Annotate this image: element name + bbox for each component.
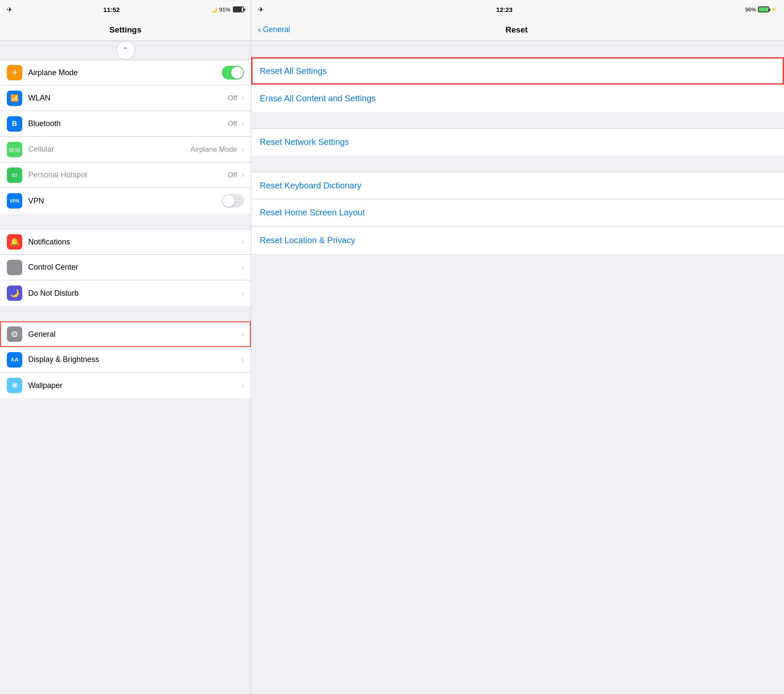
control-center-icon-bg [7,260,22,275]
vpn-icon: VPN [10,198,20,203]
right-status-right: 96% ⚡ [745,6,777,13]
bluetooth-chevron: › [241,119,244,128]
back-label: General [263,25,290,34]
control-center-label: Control Center [28,263,240,272]
wallpaper-label: Wallpaper [28,381,240,390]
reset-all-settings-item[interactable]: Reset All Settings [251,57,784,85]
display-chevron: › [241,355,244,364]
dnd-icon-bg: 🌙 [7,285,22,301]
airplane-mode-toggle[interactable] [222,66,244,79]
wlan-item[interactable]: 📶 WLAN Off › [0,85,251,111]
gear-icon: ⚙ [11,329,18,339]
hotspot-chevron: › [241,171,244,179]
left-status-left: ✈ [7,6,12,14]
dnd-chevron: › [241,289,244,298]
notifications-icon-bg: 🔔 [7,234,22,250]
right-status-time: 12:23 [496,6,512,13]
airplane-mode-icon: ✈ [7,6,12,14]
wlan-label: WLAN [28,94,228,103]
bluetooth-icon: B [12,120,17,128]
right-status-left: ✈ [258,6,264,14]
hotspot-icon: ∞ [12,170,18,180]
cellular-icon-bg: (((·))) [7,142,22,157]
personal-hotspot-item[interactable]: ∞ Personal Hotspot Off › [0,162,251,188]
back-button[interactable]: ‹ General [258,24,290,35]
cellular-item[interactable]: (((·))) Cellular Airplane Mode › [0,137,251,162]
do-not-disturb-item[interactable]: 🌙 Do Not Disturb › [0,280,251,306]
reset-gap-2 [251,112,784,128]
reset-section-1: Reset All Settings Erase All Content and… [251,57,784,112]
reset-home-screen-item[interactable]: Reset Home Screen Layout [251,199,784,226]
right-battery-pct: 96% [745,6,756,13]
gap-2 [0,306,251,321]
general-icon-bg: ⚙ [7,326,22,342]
notifications-label: Notifications [28,238,240,247]
general-item[interactable]: ⚙ General › [0,321,251,347]
reset-gap-top [251,41,784,57]
airplane-mode-item[interactable]: ✈ Airplane Mode [0,60,251,85]
right-nav-bar: ‹ General Reset [251,19,784,41]
reset-location-privacy-label: Reset Location & Privacy [260,235,355,245]
moon-icon: 🌙 [211,6,217,13]
bluetooth-icon-bg: B [7,116,22,132]
notifications-item[interactable]: 🔔 Notifications › [0,229,251,255]
vpn-icon-bg: VPN [7,193,22,209]
more-section: ⚙ General › AA Display & Brightness › ❋ … [0,321,251,398]
scroll-up-icon: ⌃ [122,45,129,56]
reset-section-2: Reset Network Settings [251,128,784,156]
hotspot-label: Personal Hotspot [28,171,228,179]
hotspot-value: Off [228,171,237,179]
vpn-toggle[interactable] [222,194,244,208]
reset-network-item[interactable]: Reset Network Settings [251,128,784,156]
display-icon-bg: AA [7,352,22,368]
erase-all-content-item[interactable]: Erase All Content and Settings [251,85,784,112]
control-center-item[interactable]: Control Center › [0,255,251,280]
vpn-item[interactable]: VPN VPN [0,188,251,214]
reset-title: Reset [290,25,743,35]
back-chevron-icon: ‹ [258,24,261,35]
bottom-gap [0,398,251,484]
vpn-label: VPN [28,197,222,206]
hotspot-icon-bg: ∞ [7,168,22,183]
connectivity-section: ✈ Airplane Mode 📶 WLAN Off › B [0,60,251,214]
wifi-icon: 📶 [10,94,19,102]
airplane-mode-icon-bg: ✈ [7,65,22,80]
cellular-value: Airplane Mode [190,145,237,154]
wallpaper-item[interactable]: ❋ Wallpaper › [0,373,251,398]
left-panel: ✈ 11:52 🌙 91% Settings ⌃ ✈ [0,0,251,694]
airplane-mode-label: Airplane Mode [28,68,222,77]
reset-gap-3 [251,156,784,172]
reset-list: Reset All Settings Erase All Content and… [251,41,784,694]
battery-percentage: 91% [219,6,230,13]
settings-title: Settings [109,25,141,35]
right-battery-icon [758,6,769,12]
erase-all-content-label: Erase All Content and Settings [260,94,376,103]
wlan-chevron: › [241,94,244,103]
bluetooth-label: Bluetooth [28,119,228,128]
general-label: General [28,330,240,339]
display-brightness-label: Display & Brightness [28,355,240,364]
system-section: 🔔 Notifications › Control Center › [0,229,251,306]
bluetooth-value: Off [228,120,237,128]
airplane-icon: ✈ [12,68,18,77]
scroll-indicator: ⌃ [116,41,135,60]
toggle-knob [231,67,243,79]
control-center-chevron: › [241,263,244,272]
charging-icon: ⚡ [771,6,777,12]
notifications-icon: 🔔 [10,237,19,247]
reset-bottom-space [251,254,784,596]
wallpaper-icon: ❋ [12,381,18,390]
right-panel: ✈ 12:23 96% ⚡ ‹ General Reset Reset All … [251,0,784,694]
reset-location-privacy-item[interactable]: Reset Location & Privacy [251,226,784,254]
dnd-label: Do Not Disturb [28,289,240,298]
reset-keyboard-item[interactable]: Reset Keyboard Dictionary [251,172,784,199]
wlan-icon-bg: 📶 [7,91,22,106]
left-status-bar: ✈ 11:52 🌙 91% [0,0,251,19]
bluetooth-item[interactable]: B Bluetooth Off › [0,111,251,137]
reset-keyboard-label: Reset Keyboard Dictionary [260,181,361,191]
notifications-chevron: › [241,238,244,247]
display-brightness-item[interactable]: AA Display & Brightness › [0,347,251,373]
vpn-toggle-knob [223,195,235,207]
reset-section-3: Reset Keyboard Dictionary Reset Home Scr… [251,172,784,254]
scroll-top-area: ⌃ [0,41,251,60]
